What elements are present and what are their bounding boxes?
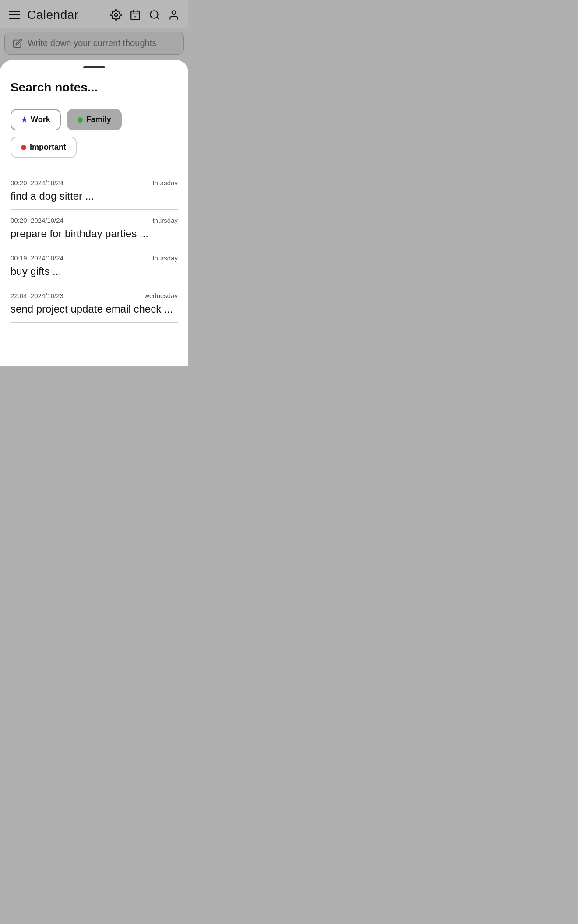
note-meta-0: 00:20 2024/10/24 thursday [11,179,178,186]
svg-point-8 [172,11,176,14]
drag-handle [83,66,105,68]
pencil-icon [13,39,22,48]
important-dot-icon [21,145,26,150]
chip-family[interactable]: Family [67,109,122,130]
svg-line-7 [157,17,159,19]
note-day-0: thursday [152,179,178,186]
header-left: Calendar [9,8,79,22]
chip-work-label: Work [31,115,50,124]
chip-work[interactable]: ★ Work [11,109,61,130]
note-item-2[interactable]: 00:19 2024/10/24 thursday buy gifts ... [11,247,178,285]
note-time-date-1: 00:20 2024/10/24 [11,217,63,224]
note-item-3[interactable]: 22:04 2024/10/23 wednesday send project … [11,285,178,323]
note-day-1: thursday [152,217,178,224]
note-item-0[interactable]: 00:20 2024/10/24 thursday find a dog sit… [11,172,178,210]
note-day-3: wednesday [144,292,178,299]
chip-family-label: Family [86,115,111,124]
search-divider [11,99,178,99]
chip-important-label: Important [30,143,66,152]
main-bottom-sheet: Search notes... ★ Work Family Important … [0,60,188,366]
calendar-icon[interactable]: 5 [130,9,141,21]
note-title-2: buy gifts ... [11,265,178,278]
search-icon[interactable] [149,9,160,21]
note-day-2: thursday [152,254,178,262]
note-title-3: send project update email check ... [11,303,178,315]
chip-important[interactable]: Important [11,137,77,158]
header-actions: 5 [110,9,180,21]
note-time-date-2: 00:19 2024/10/24 [11,254,63,262]
note-meta-2: 00:19 2024/10/24 thursday [11,254,178,262]
svg-text:5: 5 [134,15,136,19]
settings-icon[interactable] [110,9,122,21]
category-chips-container: ★ Work Family Important [11,109,178,158]
profile-icon[interactable] [168,9,180,21]
hamburger-menu-button[interactable] [9,11,20,19]
search-notes-label[interactable]: Search notes... [11,81,178,95]
note-title-0: find a dog sitter ... [11,190,178,202]
family-dot-icon [78,117,83,123]
note-item-1[interactable]: 00:20 2024/10/24 thursday prepare for bi… [11,210,178,247]
notes-list: 00:20 2024/10/24 thursday find a dog sit… [11,172,178,323]
work-star-icon: ★ [21,116,27,124]
note-meta-1: 00:20 2024/10/24 thursday [11,217,178,224]
note-time-date-3: 22:04 2024/10/23 [11,292,63,299]
svg-point-0 [115,14,118,17]
thoughts-input-bar[interactable]: Write down your current thoughts [4,32,184,55]
note-meta-3: 22:04 2024/10/23 wednesday [11,292,178,299]
app-title: Calendar [27,8,79,22]
thoughts-placeholder: Write down your current thoughts [28,38,156,48]
note-time-date-0: 00:20 2024/10/24 [11,179,63,186]
app-header: Calendar 5 [0,0,188,28]
note-title-1: prepare for birthday parties ... [11,228,178,240]
